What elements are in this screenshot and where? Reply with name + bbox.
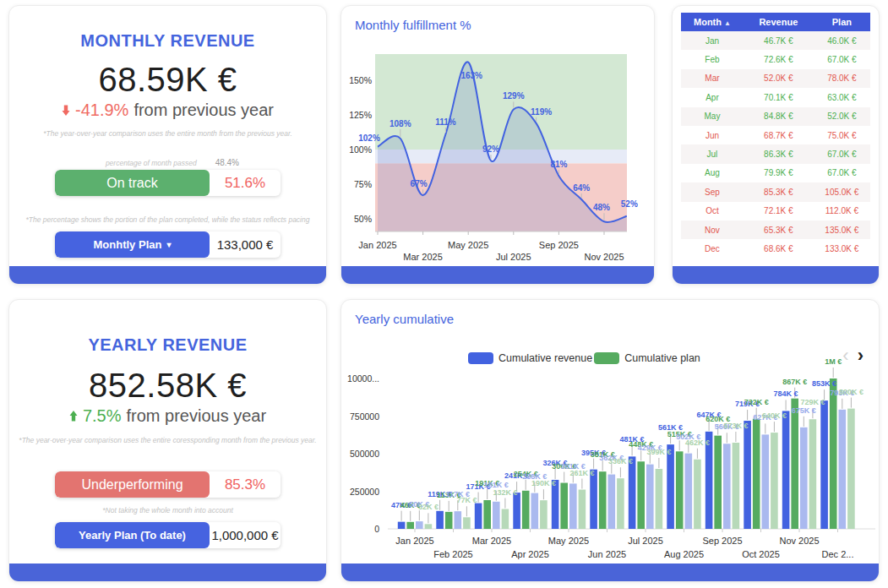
monthly-note-yoy: *The year-over-year comparison uses the … xyxy=(9,129,326,138)
pacing-label: percentage of month passed xyxy=(106,159,197,167)
bar-label: 800K € xyxy=(839,388,863,396)
svg-text:125%: 125% xyxy=(349,110,372,120)
svg-text:Jan 2025: Jan 2025 xyxy=(358,240,396,250)
bar-cumulative_revenue xyxy=(820,400,828,529)
point-label: 52% xyxy=(621,199,638,209)
table-cell: 67.0K € xyxy=(814,150,870,159)
bar-label: 132K € xyxy=(493,488,517,497)
table-row: Aug79.9K €67.0K € xyxy=(681,164,870,182)
svg-text:500000: 500000 xyxy=(350,449,379,459)
table-cell: 84.8K € xyxy=(744,112,814,121)
table-row: Jan46.7K €46.0K € xyxy=(681,31,870,50)
bar-label: 1M € xyxy=(825,357,842,366)
table-cell: Aug xyxy=(681,168,744,177)
bar-light_blue_series xyxy=(762,434,770,529)
table-cell: Jun xyxy=(681,131,744,140)
bar-light_blue_series xyxy=(646,465,654,529)
table-row: Nov65.3K €135.0K € xyxy=(681,220,870,239)
yearly-revenue-card: YEARLY REVENUE 852.58K € 7.5% from previ… xyxy=(8,299,327,582)
bar-label: 399K € xyxy=(646,448,671,456)
point-label: 111% xyxy=(435,117,456,127)
table-cell: 78.0K € xyxy=(814,74,870,83)
table-cell: 65.3K € xyxy=(744,226,814,235)
point-label: 119% xyxy=(531,107,552,117)
status-button[interactable]: Underperforming xyxy=(55,471,210,498)
table-cell: 85.3K € xyxy=(744,188,814,197)
svg-text:Jul 2025: Jul 2025 xyxy=(496,252,531,262)
table-cell: Jul xyxy=(681,150,744,159)
zone-zone_green xyxy=(375,54,627,150)
table-row: Jun68.7K €75.0K € xyxy=(681,126,870,144)
monthly-revenue-value: 68.59K € xyxy=(9,61,326,99)
bar-cumulative_plan xyxy=(406,522,414,529)
caret-down-icon: ▾ xyxy=(166,240,171,249)
bar-label: 190K € xyxy=(531,479,556,487)
bar-label: 784K € xyxy=(774,389,798,398)
bar-cumulative_revenue xyxy=(398,522,406,529)
bar-light_blue_series xyxy=(685,454,693,529)
bar-label: 853K € xyxy=(812,379,836,388)
svg-text:Sep 2025: Sep 2025 xyxy=(702,536,742,546)
table-row: Jul86.3K €67.0K € xyxy=(681,144,870,163)
bar-cumulative_revenue xyxy=(513,493,520,529)
bar-cumulative_plan xyxy=(637,461,645,529)
monthly-revenue-title: MONTHLY REVENUE xyxy=(9,31,326,51)
bar-light_blue_series xyxy=(455,511,462,529)
monthly-note-pacing: *The percentage shows the portion of the… xyxy=(9,215,326,224)
bar-light_green_series xyxy=(579,490,586,529)
table-row: Apr70.1K €63.0K € xyxy=(681,88,870,106)
bar-cumulative_plan xyxy=(676,451,684,529)
sort-asc-icon: ▲ xyxy=(724,19,731,27)
table-row: May84.8K €52.0K € xyxy=(681,107,870,126)
card-footer-bar xyxy=(341,564,879,581)
yearly-revenue-value: 852.58K € xyxy=(9,367,326,405)
card-footer-bar xyxy=(9,266,326,284)
svg-text:250000: 250000 xyxy=(350,487,379,497)
bar-light_blue_series xyxy=(608,475,616,529)
monthly-status-row: On track 51.6% xyxy=(55,170,281,196)
table-cell: 112.0K € xyxy=(814,206,870,215)
svg-text:50%: 50% xyxy=(354,214,372,224)
bar-label: 732K € xyxy=(744,398,769,406)
pacing-value: 48.4% xyxy=(215,158,239,167)
bar-cumulative_plan xyxy=(483,500,491,529)
yearly-change: 7.5% from previous year xyxy=(9,406,326,426)
table-cell: May xyxy=(681,112,744,121)
point-label: 81% xyxy=(550,160,567,169)
bar-light_green_series xyxy=(617,478,624,529)
monthly-plan-dropdown[interactable]: Monhtly Plan ▾ xyxy=(55,231,210,258)
bar-cumulative_plan xyxy=(791,399,798,529)
table-header-month[interactable]: Month▲ xyxy=(681,17,744,27)
table-cell: Jan xyxy=(681,36,744,46)
svg-text:Mar 2025: Mar 2025 xyxy=(472,536,511,546)
svg-text:150%: 150% xyxy=(349,75,372,85)
point-label: 64% xyxy=(573,183,590,193)
point-label: 48% xyxy=(593,203,610,212)
table-header-revenue[interactable]: Revenue xyxy=(744,17,814,27)
table-cell: 52.0K € xyxy=(744,74,814,83)
bar-cumulative_revenue xyxy=(436,511,444,529)
status-button[interactable]: On track xyxy=(55,170,210,196)
table-cell: 67.0K € xyxy=(814,168,870,177)
table-cell: 133.0K € xyxy=(814,244,870,253)
bar-label: 867K € xyxy=(782,378,807,386)
table-cell: 79.9K € xyxy=(744,168,814,177)
table-header-plan[interactable]: Plan xyxy=(814,17,870,27)
card-footer-bar xyxy=(673,266,879,284)
svg-text:10000...: 10000... xyxy=(347,373,379,384)
svg-text:75%: 75% xyxy=(354,179,372,189)
yearly-plan-button[interactable]: Yearly Plan (To date) xyxy=(55,522,210,548)
bar-label: 32K € xyxy=(418,503,439,511)
table-header-row: Month▲RevenuePlan xyxy=(681,13,870,31)
bar-light_green_series xyxy=(771,433,778,529)
table-row: Mar52.0K €78.0K € xyxy=(681,69,870,88)
bar-light_green_series xyxy=(502,509,509,529)
bar-light_blue_series xyxy=(839,410,847,529)
point-label: 108% xyxy=(390,119,411,128)
bar-label: 462K € xyxy=(685,438,710,447)
table-cell: 46.0K € xyxy=(814,36,870,46)
table-cell: 67.0K € xyxy=(814,55,870,64)
bar-label: 675K € xyxy=(792,406,816,415)
table-cell: 52.0K € xyxy=(814,112,870,121)
bar-light_blue_series xyxy=(531,493,539,529)
